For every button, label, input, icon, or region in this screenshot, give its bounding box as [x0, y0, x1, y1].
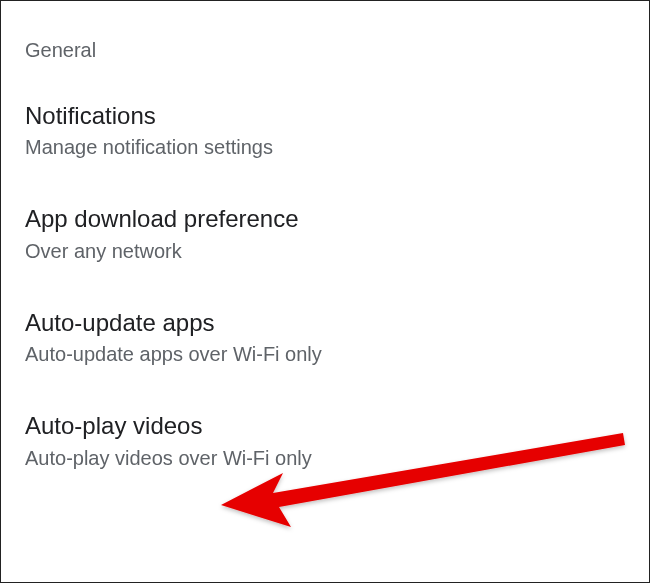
setting-title: App download preference [25, 203, 625, 235]
setting-auto-update-apps[interactable]: Auto-update apps Auto-update apps over W… [25, 307, 625, 368]
setting-title: Auto-play videos [25, 410, 625, 442]
setting-subtitle: Auto-play videos over Wi-Fi only [25, 445, 625, 472]
setting-title: Auto-update apps [25, 307, 625, 339]
setting-auto-play-videos[interactable]: Auto-play videos Auto-play videos over W… [25, 410, 625, 471]
setting-title: Notifications [25, 100, 625, 132]
setting-subtitle: Auto-update apps over Wi-Fi only [25, 341, 625, 368]
setting-app-download-preference[interactable]: App download preference Over any network [25, 203, 625, 264]
settings-container: General Notifications Manage notificatio… [1, 1, 649, 472]
section-header-general: General [25, 39, 625, 62]
setting-notifications[interactable]: Notifications Manage notification settin… [25, 100, 625, 161]
setting-subtitle: Manage notification settings [25, 134, 625, 161]
setting-subtitle: Over any network [25, 238, 625, 265]
